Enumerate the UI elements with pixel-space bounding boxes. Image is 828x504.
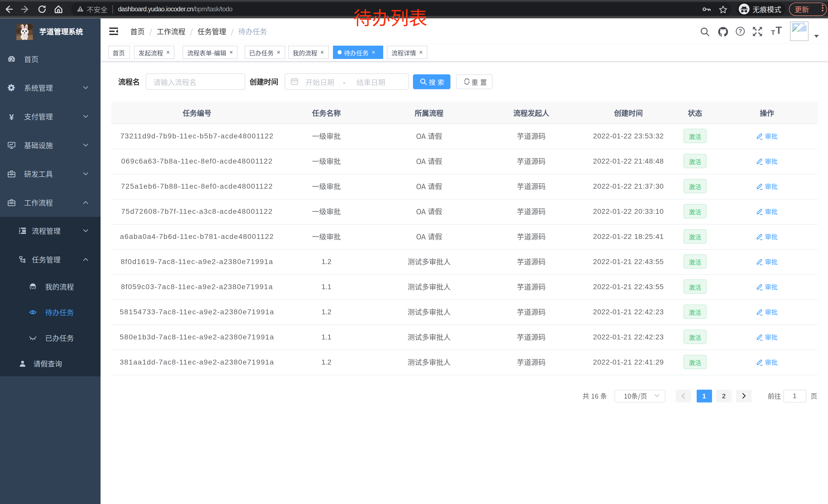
svg-text:?: ? bbox=[738, 28, 742, 35]
